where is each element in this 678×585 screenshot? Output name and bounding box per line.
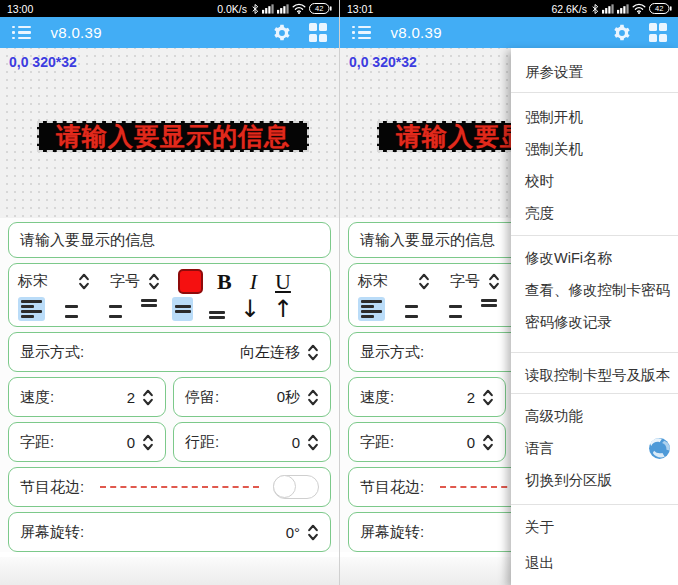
battery-percent: 42 xyxy=(315,4,323,13)
border-style-preview xyxy=(100,486,259,488)
line-spacing-label: 行距: xyxy=(185,433,219,452)
signal-icon xyxy=(602,3,614,14)
stay-spinner-icon[interactable] xyxy=(307,388,319,407)
grid-apps-icon[interactable] xyxy=(649,23,668,42)
valign-top-button[interactable] xyxy=(478,297,499,321)
menu-item-switch-partition[interactable]: 切换到分区版 xyxy=(511,464,678,496)
menu-item-language[interactable]: 语言 xyxy=(511,432,678,464)
move-down-button[interactable]: ↓ xyxy=(240,297,260,321)
char-spacing-spinner-icon[interactable] xyxy=(482,433,494,452)
border-toggle-switch[interactable] xyxy=(273,475,319,499)
display-mode-spinner-icon[interactable] xyxy=(307,343,319,362)
font-color-swatch[interactable] xyxy=(178,269,203,294)
speed-value: 2 xyxy=(127,389,135,406)
screen-rotation-value: 0° xyxy=(286,524,300,541)
app-bar: v8.0.39 xyxy=(340,17,678,48)
align-left-button[interactable] xyxy=(18,297,45,321)
font-size-label: 字号 xyxy=(450,272,480,291)
battery-percent: 42 xyxy=(655,4,663,13)
wifi-icon xyxy=(632,3,646,14)
valign-middle-button[interactable] xyxy=(172,297,193,321)
led-preview-area: 0,0 320*32 请输入要显示的信息 xyxy=(0,48,339,218)
speed-spinner-icon[interactable] xyxy=(482,388,494,407)
menu-item-force-on[interactable]: 强制开机 xyxy=(511,101,678,133)
display-mode-label: 显示方式: xyxy=(360,343,424,362)
font-toolbar: 标宋 字号 B I U ↓ ↑ xyxy=(8,263,331,327)
menu-item-exit[interactable]: 退出 xyxy=(511,547,678,579)
panel-coordinates: 0,0 320*32 xyxy=(349,54,417,70)
message-input-text: 请输入要显示的信息 xyxy=(20,231,155,250)
menu-item-wifi-name[interactable]: 修改WiFi名称 xyxy=(511,242,678,274)
line-spacing-row: 行距: 0 xyxy=(173,422,331,462)
menu-item-brightness[interactable]: 亮度 xyxy=(511,197,678,229)
align-center-button[interactable] xyxy=(58,297,85,321)
font-size-spinner-icon[interactable] xyxy=(148,272,160,291)
rotation-spinner-icon[interactable] xyxy=(307,523,319,542)
settings-gear-icon[interactable] xyxy=(272,23,292,43)
font-name-spinner-icon[interactable] xyxy=(78,272,90,291)
program-border-label: 节目花边: xyxy=(20,478,84,497)
led-display-strip[interactable]: 请输入要显示的信息 xyxy=(37,121,309,152)
menu-item-force-off[interactable]: 强制关机 xyxy=(511,133,678,165)
menu-item-card-password[interactable]: 查看、修改控制卡密码 xyxy=(511,274,678,306)
settings-gear-icon[interactable] xyxy=(612,23,632,43)
message-input-text: 请输入要显示的信息 xyxy=(360,231,495,250)
menu-item-screen-params[interactable]: 屏参设置 xyxy=(511,52,678,92)
screenshot-left: 13:00 0.0K/s 42 v8.0.39 0,0 xyxy=(0,0,339,585)
menu-item-read-card-version[interactable]: 读取控制卡型号及版本 xyxy=(511,359,678,391)
line-spacing-spinner-icon[interactable] xyxy=(307,433,319,452)
align-center-button[interactable] xyxy=(398,297,425,321)
menu-item-language-label: 语言 xyxy=(525,439,554,458)
bold-button[interactable]: B xyxy=(217,271,232,293)
valign-top-button[interactable] xyxy=(138,297,159,321)
stay-label: 停留: xyxy=(185,388,219,407)
char-spacing-label: 字距: xyxy=(20,433,54,452)
valign-bottom-button[interactable] xyxy=(206,297,227,321)
align-right-button[interactable] xyxy=(98,297,125,321)
char-spacing-spinner-icon[interactable] xyxy=(142,433,154,452)
display-mode-row: 显示方式: 向左连移 xyxy=(8,332,331,372)
battery-icon: 42 xyxy=(649,3,672,14)
app-version-title: v8.0.39 xyxy=(51,24,102,41)
italic-button[interactable]: I xyxy=(250,271,257,293)
menu-item-password-history[interactable]: 密码修改记录 xyxy=(511,306,678,338)
stay-row: 停留: 0秒 xyxy=(173,377,331,417)
font-size-spinner-icon[interactable] xyxy=(488,272,500,291)
align-right-button[interactable] xyxy=(438,297,465,321)
menu-divider xyxy=(511,504,678,505)
net-speed: 0.0K/s xyxy=(217,3,247,15)
move-up-button[interactable]: ↑ xyxy=(273,297,293,321)
status-time: 13:00 xyxy=(7,3,33,15)
led-display-text: 请输入要显示的信息 xyxy=(56,121,290,152)
align-left-button[interactable] xyxy=(358,297,385,321)
battery-icon: 42 xyxy=(309,3,332,14)
bluetooth-icon xyxy=(250,3,259,15)
char-spacing-value: 0 xyxy=(467,434,475,451)
bluetooth-icon xyxy=(590,3,599,15)
net-speed: 62.6K/s xyxy=(551,3,587,15)
grid-apps-icon[interactable] xyxy=(309,23,328,42)
speed-spinner-icon[interactable] xyxy=(142,388,154,407)
menu-divider xyxy=(511,393,678,394)
panel-footer xyxy=(0,557,339,585)
underline-button[interactable]: U xyxy=(275,271,291,293)
menu-hamburger-icon[interactable] xyxy=(12,26,31,40)
menu-item-time-sync[interactable]: 校时 xyxy=(511,165,678,197)
signal-icon-2 xyxy=(277,3,289,14)
menu-item-about[interactable]: 关于 xyxy=(511,511,678,543)
editor-controls: 请输入要显示的信息 标宋 字号 B I U xyxy=(0,218,339,552)
screen-rotation-label: 屏幕旋转: xyxy=(360,523,424,542)
status-bar: 13:01 62.6K/s 42 xyxy=(340,0,678,17)
speed-label: 速度: xyxy=(20,388,54,407)
screenshot-right: 13:01 62.6K/s 42 v8.0.39 0, xyxy=(339,0,678,585)
globe-icon xyxy=(647,436,672,461)
line-spacing-value: 0 xyxy=(292,434,300,451)
menu-item-advanced[interactable]: 高级功能 xyxy=(511,400,678,432)
program-border-row: 节目花边: xyxy=(8,467,331,507)
font-name-spinner-icon[interactable] xyxy=(418,272,430,291)
screen-rotation-row: 屏幕旋转: 0° xyxy=(8,512,331,552)
program-border-label: 节目花边: xyxy=(360,478,424,497)
menu-hamburger-icon[interactable] xyxy=(352,26,371,40)
speed-row: 速度: 2 xyxy=(348,377,506,417)
message-input[interactable]: 请输入要显示的信息 xyxy=(8,222,331,258)
